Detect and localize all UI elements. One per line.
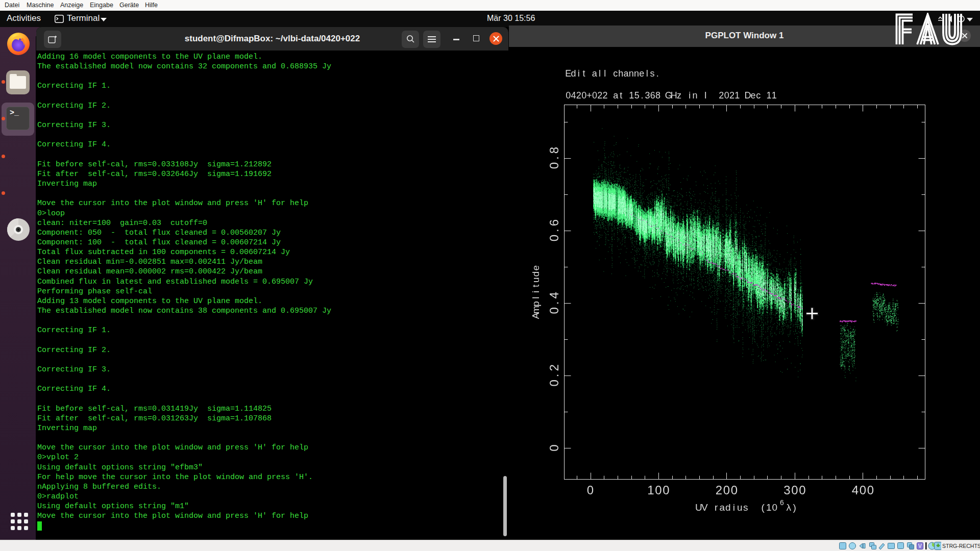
- svg-text:V: V: [918, 543, 922, 549]
